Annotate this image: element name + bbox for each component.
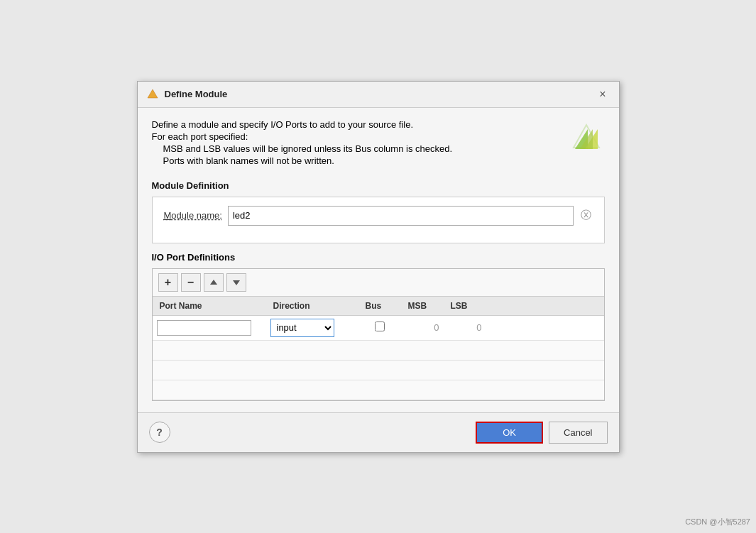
bus-cell-2 (358, 340, 401, 360)
dialog-body: Define a module and specify I/O Ports to… (138, 108, 619, 412)
port-name-cell-4 (153, 380, 266, 400)
module-name-container: Module name: ⓧ (152, 197, 605, 243)
extra-cell-3 (486, 360, 604, 380)
move-up-button[interactable] (204, 273, 224, 292)
col-bus: Bus (358, 297, 401, 316)
port-table: Port Name Direction Bus MSB LSB (153, 297, 604, 400)
bus-cell-1 (358, 315, 401, 340)
table-row (153, 340, 604, 360)
svg-marker-7 (233, 280, 240, 285)
svg-marker-6 (210, 280, 217, 285)
extra-cell-2 (486, 340, 604, 360)
desc-line2: For each port specified: (152, 131, 557, 142)
desc-line1: Define a module and specify I/O Ports to… (152, 119, 557, 130)
msb-cell-1: 0 (401, 315, 444, 340)
description-text: Define a module and specify I/O Ports to… (152, 119, 557, 166)
direction-cell-1: input output inout (266, 315, 358, 340)
lsb-cell-4 (444, 380, 486, 400)
backdrop: Define Module × Define a module and spec… (0, 0, 756, 533)
brand-logo (568, 122, 605, 155)
lsb-cell-1: 0 (444, 315, 486, 340)
table-header-row: Port Name Direction Bus MSB LSB (153, 297, 604, 316)
clear-module-name-button[interactable]: ⓧ (579, 207, 593, 224)
port-name-cell-1 (153, 315, 266, 340)
module-name-label: Module name: (164, 210, 222, 221)
col-direction: Direction (266, 297, 358, 316)
cancel-button[interactable]: Cancel (549, 422, 607, 444)
col-msb: MSB (401, 297, 444, 316)
define-module-dialog: Define Module × Define a module and spec… (137, 81, 620, 453)
watermark: CSDN @小智5287 (685, 517, 750, 527)
bus-cell-3 (358, 360, 401, 380)
direction-select-1[interactable]: input output inout (270, 319, 334, 337)
module-label-rest: odule name: (171, 210, 222, 221)
io-port-section: I/O Port Definitions + − (152, 252, 605, 401)
col-port-name: Port Name (153, 297, 266, 316)
port-name-input-1[interactable] (157, 320, 251, 336)
ok-button[interactable]: OK (476, 422, 543, 444)
direction-cell-2 (266, 340, 358, 360)
msb-cell-3 (401, 360, 444, 380)
bus-cell-4 (358, 380, 401, 400)
table-row (153, 380, 604, 400)
dialog-title: Define Module (165, 89, 228, 99)
lsb-cell-2 (444, 340, 486, 360)
logo-area (568, 122, 605, 157)
table-row (153, 360, 604, 380)
extra-cell-4 (486, 380, 604, 400)
col-lsb: LSB (444, 297, 486, 316)
title-bar: Define Module × (138, 82, 619, 108)
help-button[interactable]: ? (149, 422, 170, 443)
direction-cell-4 (266, 380, 358, 400)
svg-marker-0 (148, 89, 158, 98)
lsb-cell-3 (444, 360, 486, 380)
bus-checkbox-1[interactable] (375, 322, 385, 331)
dialog-footer: ? OK Cancel (138, 412, 619, 452)
add-port-button[interactable]: + (158, 273, 178, 292)
msb-cell-2 (401, 340, 444, 360)
title-bar-left: Define Module (146, 88, 228, 101)
table-row: input output inout 0 0 (153, 315, 604, 340)
io-port-title: I/O Port Definitions (152, 252, 605, 263)
close-button[interactable]: × (595, 87, 610, 101)
direction-cell-3 (266, 360, 358, 380)
module-name-row: Module name: ⓧ (164, 206, 593, 226)
port-toolbar: + − (153, 269, 604, 297)
desc-line4: Ports with blank names will not be writt… (163, 155, 557, 166)
port-name-cell-3 (153, 360, 266, 380)
msb-cell-4 (401, 380, 444, 400)
move-down-button[interactable] (226, 273, 246, 292)
up-arrow-icon (209, 278, 218, 287)
port-name-cell-2 (153, 340, 266, 360)
port-table-container: + − (152, 268, 605, 401)
down-arrow-icon (232, 278, 241, 287)
module-definition-title: Module Definition (152, 180, 605, 191)
footer-buttons: OK Cancel (476, 422, 607, 444)
extra-cell-1 (486, 315, 604, 340)
module-definition-section: Module Definition Module name: ⓧ (152, 180, 605, 243)
module-name-input[interactable] (228, 206, 574, 226)
module-label-underline: M (164, 210, 172, 221)
col-extra (486, 297, 604, 316)
remove-port-button[interactable]: − (181, 273, 201, 292)
desc-line3: MSB and LSB values will be ignored unles… (163, 143, 557, 154)
app-icon (146, 88, 159, 101)
description-area: Define a module and specify I/O Ports to… (152, 119, 605, 166)
